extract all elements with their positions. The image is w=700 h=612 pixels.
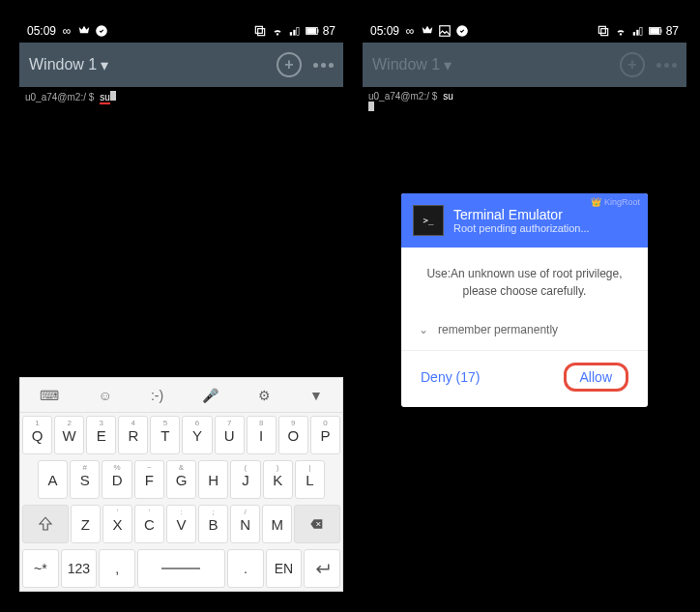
terminal-prompt: u0_a74@m2:/ $ [368,91,437,102]
key-v[interactable]: :V [166,505,196,543]
terminal-titlebar: Window 1 ▾ + [363,43,686,87]
key-i[interactable]: 8I [247,416,277,454]
key-t[interactable]: 5T [150,416,180,454]
svg-rect-12 [600,29,607,36]
status-bar: 05:09 ∞ 87 [19,19,343,43]
numbers-key[interactable]: 123 [61,549,98,588]
terminal-prompt: u0_a74@m2:/ $ [25,92,94,102]
backspace-key[interactable] [294,505,340,543]
key-r[interactable]: 4R [118,416,148,454]
emoji-icon[interactable]: ☺ [98,388,111,403]
key-w[interactable]: 2W [54,416,84,454]
svg-rect-14 [636,30,638,36]
window-dropdown[interactable]: Window 1 ▾ [372,56,452,74]
battery-percent: 87 [323,24,335,38]
svg-rect-17 [650,28,659,34]
key-e[interactable]: 3E [86,416,116,454]
key-m[interactable]: M [262,505,292,543]
keyboard-row: Z'X'C:V;B/NM [20,502,342,546]
key-n[interactable]: /N [230,505,260,543]
battery-icon [649,24,662,38]
key-f[interactable]: ~F [134,460,164,499]
terminal-app-icon: >_ [413,205,444,236]
settings-icon[interactable]: ⚙ [258,388,271,403]
dialog-title: Terminal Emulator [453,207,590,222]
key-a[interactable]: A [38,460,68,499]
key-o[interactable]: 9O [278,416,308,454]
remember-option[interactable]: ⌄ remember permanently [401,317,648,350]
window-title: Window 1 [372,56,440,73]
svg-rect-8 [317,29,318,33]
wifi-icon [614,24,627,38]
infinity-icon: ∞ [60,24,73,38]
keyboard-toolbar: ⌨ ☺ :-) 🎤 ⚙ ▼ [20,378,342,413]
remember-label: remember permanently [438,323,558,336]
terminal-command: su [443,91,453,102]
shift-key[interactable] [22,505,69,543]
key-q[interactable]: 1Q [22,416,52,454]
key-z[interactable]: Z [71,505,101,543]
copy-icon [253,24,267,38]
svg-rect-11 [598,26,605,33]
terminal-output[interactable]: u0_a74@m2:/ $ su [363,87,686,117]
keyboard-row: ~* 123 , . EN [20,546,342,591]
enter-key[interactable] [304,549,340,588]
emoticon-icon[interactable]: :-) [151,388,163,403]
root-permission-dialog: 👑 KingRoot >_ Terminal Emulator Root pen… [401,193,648,407]
key-k[interactable]: )K [263,460,293,499]
crown-icon [77,24,91,38]
key-l[interactable]: |L [295,460,325,499]
language-key[interactable]: EN [266,549,303,588]
svg-rect-7 [306,28,316,34]
key-g[interactable]: &G [166,460,196,499]
image-icon [438,24,452,38]
key-p[interactable]: 0P [310,416,340,454]
battery-percent: 87 [666,24,679,38]
window-dropdown[interactable]: Window 1 ▾ [29,56,108,74]
svg-rect-4 [293,30,295,36]
allow-button[interactable]: Allow [564,363,628,392]
dialog-actions: Deny (17) Allow [401,350,648,407]
crown-icon [421,24,434,38]
mic-icon[interactable]: 🎤 [202,388,219,403]
key-y[interactable]: 6Y [182,416,212,454]
menu-button[interactable] [313,63,334,68]
svg-rect-9 [440,26,451,37]
space-key[interactable] [137,549,225,588]
infinity-icon: ∞ [403,24,417,38]
key-j[interactable]: (J [230,460,260,499]
key-u[interactable]: 7U [215,416,245,454]
svg-rect-15 [639,28,641,36]
deny-button[interactable]: Deny (17) [421,363,480,392]
phone-screen-right: 05:09 ∞ 87 Window 1 ▾ + u0_a74@m2:/ $ su [363,19,686,117]
status-time: 05:09 [27,24,56,38]
key-x[interactable]: 'X [102,505,132,543]
chevron-down-icon: ▾ [101,56,108,74]
symbols-key[interactable]: ~* [22,549,59,588]
onscreen-keyboard: ⌨ ☺ :-) 🎤 ⚙ ▼ 1Q2W3E4R5T6Y7U8I9O0P A#S%D… [19,377,343,592]
status-bar: 05:09 ∞ 87 [363,19,686,43]
svg-rect-13 [632,32,634,36]
add-window-button[interactable]: + [620,52,645,77]
period-key[interactable]: . [227,549,264,588]
key-c[interactable]: 'C [134,505,164,543]
terminal-command: su [100,92,110,104]
svg-rect-3 [289,32,291,36]
window-title: Window 1 [29,56,97,73]
key-d[interactable]: %D [102,460,131,499]
key-s[interactable]: #S [70,460,100,499]
comma-key[interactable]: , [99,549,135,588]
hide-keyboard-icon[interactable]: ▼ [309,388,323,403]
svg-rect-1 [255,26,262,33]
add-window-button[interactable]: + [277,52,302,77]
copy-icon [597,24,610,38]
terminal-output[interactable]: u0_a74@m2:/ $ su [19,87,343,106]
key-h[interactable]: H [198,460,228,499]
keyboard-switch-icon[interactable]: ⌨ [40,388,59,403]
menu-button[interactable] [656,63,677,68]
terminal-titlebar: Window 1 ▾ + [19,43,343,87]
dialog-brand: 👑 KingRoot [591,197,640,207]
svg-rect-18 [660,29,661,33]
cursor [110,91,116,101]
key-b[interactable]: ;B [198,505,228,543]
